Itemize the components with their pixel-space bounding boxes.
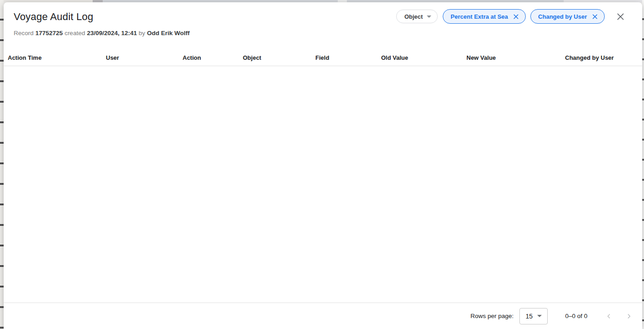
column-header-object: Object <box>243 54 315 61</box>
column-header-action-time: Action Time <box>8 54 106 61</box>
by-label: by <box>139 30 145 37</box>
created-label: created <box>64 30 85 37</box>
record-info: Record17752725 created23/09/2024, 12:41 … <box>14 30 628 37</box>
created-by-user: Odd Erik Wolff <box>147 30 190 37</box>
filter-chip-label: Percent Extra at Sea <box>450 13 508 20</box>
filter-chip-percent-extra-at-sea[interactable]: Percent Extra at Sea <box>443 9 526 24</box>
column-header-old-value: Old Value <box>381 54 466 61</box>
pagination-bar: Rows per page: 15 0–0 of 0 <box>4 303 642 329</box>
chevron-left-icon <box>605 313 613 320</box>
column-header-user: User <box>106 54 183 61</box>
filter-chips-row: Object Percent Extra at Sea Changed by U… <box>396 9 626 24</box>
chevron-right-icon <box>625 313 633 320</box>
rows-per-page-value: 15 <box>525 313 533 320</box>
chevron-down-icon <box>427 16 431 18</box>
pagination-range: 0–0 of 0 <box>565 313 587 319</box>
remove-filter-icon[interactable] <box>591 13 599 21</box>
pager-controls <box>603 310 635 322</box>
dialog-header: Voyage Audit Log Record17752725 created2… <box>4 2 642 37</box>
column-header-action: Action <box>183 54 243 61</box>
audit-table-body-empty <box>4 66 642 303</box>
rows-per-page-label: Rows per page: <box>471 313 514 319</box>
close-icon <box>616 12 625 21</box>
next-page-button[interactable] <box>623 310 635 322</box>
chevron-down-icon <box>537 315 542 317</box>
close-dialog-button[interactable] <box>614 10 626 22</box>
audit-table-header: Action Time User Action Object Field Old… <box>4 50 642 66</box>
background-page-right-sliver <box>642 0 644 329</box>
column-header-changed-by-user: Changed by User <box>565 54 642 61</box>
object-filter-label: Object <box>404 13 423 20</box>
record-id: 17752725 <box>36 30 63 37</box>
voyage-audit-log-dialog: Voyage Audit Log Record17752725 created2… <box>4 2 642 329</box>
record-label: Record <box>14 30 34 37</box>
column-header-field: Field <box>315 54 381 61</box>
previous-page-button[interactable] <box>603 310 615 322</box>
filter-chip-changed-by-user[interactable]: Changed by User <box>530 9 605 24</box>
object-filter-dropdown[interactable]: Object <box>396 10 438 23</box>
rows-per-page-select[interactable]: 15 <box>519 308 548 324</box>
remove-filter-icon[interactable] <box>512 13 520 21</box>
column-header-new-value: New Value <box>466 54 565 61</box>
background-page-left-sliver <box>0 0 4 329</box>
filter-chip-label: Changed by User <box>538 13 587 20</box>
created-timestamp: 23/09/2024, 12:41 <box>87 30 137 37</box>
